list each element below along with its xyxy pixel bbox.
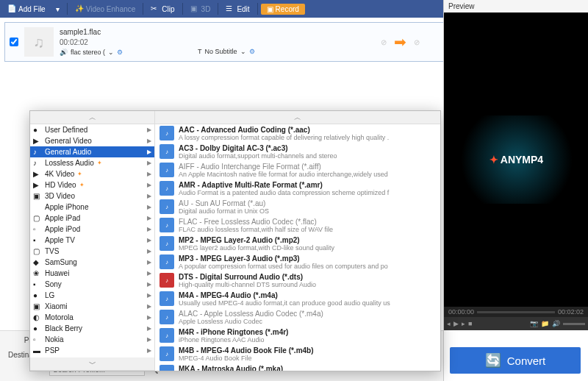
format-title: M4A - MPEG-4 Audio (*.m4a) <box>179 291 436 299</box>
category-item[interactable]: ●User Defined▶ <box>30 124 154 135</box>
volume-slider[interactable] <box>563 323 585 325</box>
category-item[interactable]: Apple iPhone▶ <box>30 202 154 213</box>
category-icon: ❀ <box>33 269 42 278</box>
format-item[interactable]: ♪MP2 - MPEG Layer-2 Audio (*.mp2)MPEG la… <box>155 235 440 253</box>
category-item[interactable]: ▢Apple iPad▶ <box>30 213 154 224</box>
category-item[interactable]: ●Black Berry▶ <box>30 323 154 334</box>
category-item[interactable]: ◆SamSung▶ <box>30 257 154 268</box>
format-item[interactable]: ♪MKA - Matroska Audio (*.mka)Audio forma… <box>155 363 440 371</box>
snapshot-button[interactable]: 📷 <box>530 320 538 327</box>
format-item[interactable]: ♪DTS - Digital Surround Audio (*.dts)Hig… <box>155 271 440 290</box>
category-label: Apple TV <box>45 236 75 244</box>
category-item[interactable]: ❀Huawei▶ <box>30 268 154 279</box>
category-icon: ▣ <box>33 302 42 311</box>
profile-popup: ︿ ●User Defined▶▶General Video▶♪General … <box>29 110 441 371</box>
format-collapse-up[interactable]: ︿ <box>155 111 440 124</box>
preview-logo: ✦ANYMP4 <box>451 115 583 204</box>
category-label: 4K Video <box>45 170 74 178</box>
convert-button[interactable]: 🔄 Convert <box>450 347 581 374</box>
category-item[interactable]: ▢TVS▶ <box>30 246 154 257</box>
chevron-right-icon: ▶ <box>147 336 151 343</box>
format-item[interactable]: ♪AC3 - Dolby Digital AC-3 (*.ac3)Digital… <box>155 143 440 161</box>
format-item[interactable]: ♪M4A - MPEG-4 Audio (*.m4a)Usually used … <box>155 290 440 308</box>
format-item[interactable]: ♪AIFF - Audio Interchange File Format (*… <box>155 161 440 179</box>
category-item[interactable]: ▬PSP▶ <box>30 345 154 356</box>
preview-title: Preview <box>444 0 588 13</box>
format-title: MKA - Matroska Audio (*.mka) <box>179 365 436 371</box>
chevron-right-icon: ▶ <box>147 226 151 232</box>
category-item[interactable]: ▶4K Video✦▶ <box>30 168 154 179</box>
chevron-right-icon: ▶ <box>147 270 151 277</box>
format-item[interactable]: ♪M4B - MPEG-4 Audio Book File (*.m4b)MPE… <box>155 345 440 363</box>
format-item[interactable]: ♪ALAC - Apple Lossless Audio Codec (*.m4… <box>155 308 440 327</box>
category-item[interactable]: ▶General Video▶ <box>30 135 154 146</box>
category-icon: ♪ <box>33 148 42 157</box>
delete-input-icon[interactable]: ⊘ <box>381 38 387 46</box>
add-file-dropdown[interactable]: ▾ <box>51 4 64 15</box>
category-item[interactable]: ▫Nokia▶ <box>30 334 154 345</box>
format-icon: ♪ <box>159 310 174 324</box>
audio-track-select[interactable]: flac stereo ( <box>71 49 105 56</box>
category-item[interactable]: ▣Xiaomi▶ <box>30 301 154 312</box>
format-icon: ♪ <box>159 218 174 232</box>
preview-panel: Preview ✦ANYMP4 00:00:00 00:02:02 ◂ ▶ ▸ … <box>443 0 588 381</box>
clip-button[interactable]: ✂Clip <box>146 3 179 15</box>
preview-seek-bar[interactable] <box>477 311 555 313</box>
play-button[interactable]: ▶ <box>453 320 459 327</box>
video-enhance-button[interactable]: ✨Video Enhance <box>71 3 140 15</box>
category-item[interactable]: ●LG▶ <box>30 290 154 301</box>
volume-button[interactable]: 🔊 <box>552 320 560 327</box>
category-item[interactable]: ▫Apple iPod▶ <box>30 224 154 235</box>
file-checkbox[interactable] <box>10 38 18 46</box>
subtitle-settings-icon[interactable]: ⚙ <box>249 48 255 55</box>
format-list: ♪AAC - Advanced Audio Coding (*.aac)A lo… <box>155 124 440 371</box>
format-item[interactable]: ♪MP3 - MPEG Layer-3 Audio (*.mp3)A popul… <box>155 253 440 271</box>
category-collapse-up[interactable]: ︿ <box>30 111 154 124</box>
three-d-button[interactable]: ▣3D <box>186 3 215 15</box>
subtitle-select[interactable]: No Subtitle <box>205 48 237 55</box>
badge-icon: ✦ <box>97 160 102 166</box>
arrow-right-icon: ➡ <box>394 33 406 51</box>
add-file-button[interactable]: 📄Add File <box>3 3 50 15</box>
category-item[interactable]: ▶HD Video✦▶ <box>30 179 154 190</box>
format-desc: Digital audio format in Unix OS <box>179 207 436 215</box>
category-item[interactable]: ▣3D Video▶ <box>30 190 154 202</box>
category-item[interactable]: ♪General Audio▶ <box>30 146 154 157</box>
input-duration: 00:02:02 <box>60 38 192 46</box>
record-button[interactable]: ▣Record <box>261 4 305 15</box>
delete-output-icon[interactable]: ⊘ <box>414 38 420 46</box>
category-label: General Video <box>45 137 92 145</box>
chevron-right-icon: ▶ <box>147 259 151 266</box>
next-frame-button[interactable]: ▸ <box>462 320 465 327</box>
category-item[interactable]: ▪Apple TV▶ <box>30 235 154 246</box>
chevron-right-icon: ▶ <box>147 303 151 310</box>
stop-button[interactable]: ■ <box>468 320 472 327</box>
category-collapse-down[interactable]: ﹀ <box>30 357 154 371</box>
format-item[interactable]: ♪AU - Sun AU Format (*.au)Digital audio … <box>155 198 440 216</box>
category-label: Lossless Audio <box>45 159 94 167</box>
preview-time-current: 00:00:00 <box>448 308 474 316</box>
chevron-down-icon: ⌄ <box>108 49 114 56</box>
category-item[interactable]: ▪Sony▶ <box>30 279 154 290</box>
category-label: Xiaomi <box>45 302 68 310</box>
format-item[interactable]: ♪M4R - iPhone Ringtones (*.m4r)iPhone Ri… <box>155 327 440 345</box>
audio-settings-icon[interactable]: ⚙ <box>117 49 123 56</box>
folder-button[interactable]: 📁 <box>541 320 549 327</box>
format-desc: FLAC audio lossless format,with half siz… <box>179 226 436 233</box>
chevron-right-icon: ▶ <box>147 248 151 254</box>
edit-button[interactable]: ☰Edit <box>221 3 254 15</box>
chevron-right-icon: ▶ <box>147 314 151 321</box>
prev-frame-button[interactable]: ◂ <box>447 320 451 327</box>
category-item[interactable]: ♪Lossless Audio✦▶ <box>30 157 154 168</box>
category-item[interactable]: ◐Motorola▶ <box>30 312 154 323</box>
music-icon: ♫ <box>34 34 45 51</box>
format-title: M4B - MPEG-4 Audio Book File (*.m4b) <box>179 346 436 355</box>
format-item[interactable]: ♪FLAC - Free Lossless Audio Codec (*.fla… <box>155 216 440 235</box>
format-item[interactable]: ♪AMR - Adaptive Multi-Rate Format (*.amr… <box>155 179 440 198</box>
chevron-down-icon: ⌄ <box>240 48 246 55</box>
category-label: TVS <box>45 247 59 255</box>
category-icon: ▪ <box>33 280 42 289</box>
category-icon: ● <box>33 126 42 135</box>
format-item[interactable]: ♪AAC - Advanced Audio Coding (*.aac)A lo… <box>155 124 440 143</box>
format-desc: MPEG layer2 audio format,with CD-like so… <box>179 244 436 252</box>
